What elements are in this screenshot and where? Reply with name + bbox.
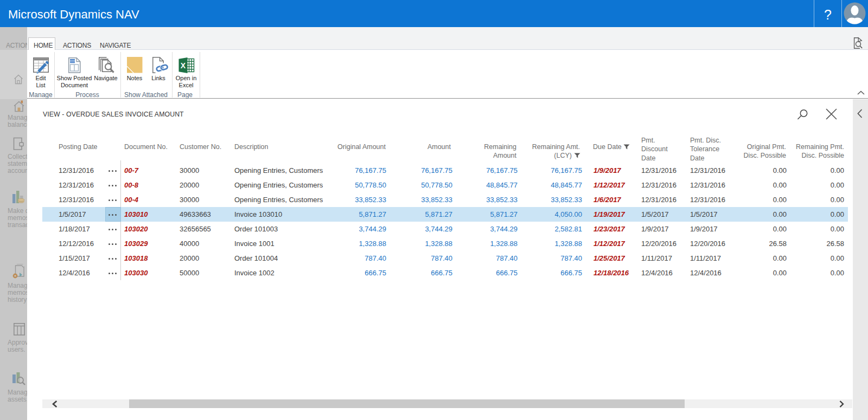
svg-text:X: X [181, 61, 186, 70]
